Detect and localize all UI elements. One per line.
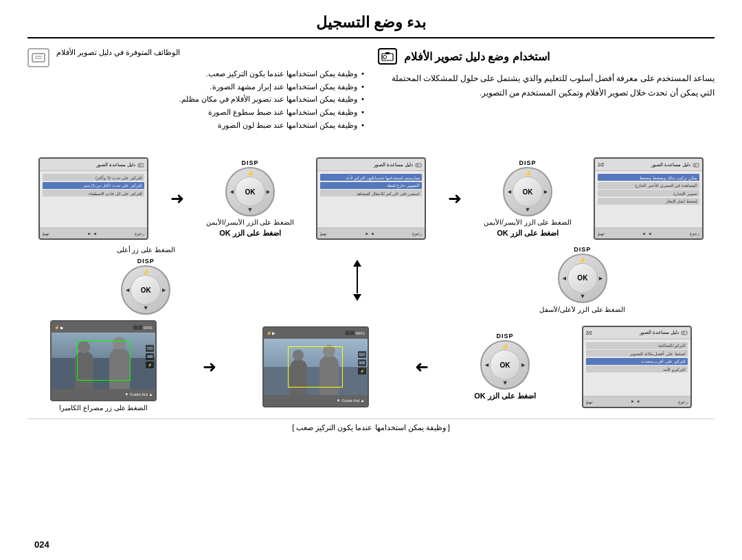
dial-4-top-icon: ⚡: [142, 269, 150, 276]
photo-bottom-text-1: ▲ Guide Aid ▼: [337, 399, 365, 403]
dial-4-container: DISP ⚡ ◄ ► OK ▼: [121, 258, 170, 315]
dial-4: ⚡ ◄ ► OK ▼: [121, 265, 170, 315]
photo-top-left: 0001 ⬛⬛: [345, 331, 365, 335]
dial-1-bottom-icon: ▼: [525, 206, 531, 213]
photo-body-2: ISO WB ⚡: [52, 333, 155, 389]
lcd3-bottom: رجوع ◄ ► تهيؤ: [40, 227, 147, 238]
arrow-dial-1: DISP ⚡ ◄ ► OK ▼ الضغط على الزر الأيسر/ال…: [484, 159, 572, 238]
lcd-screen-1: دليل مساعدة الصور 1/2 يمكن تركيب بذلك وي…: [594, 157, 704, 240]
lcd-top-bar-1: دليل مساعدة الصور 1/2: [595, 159, 702, 171]
caption-ok-1: اضغط على الزر OK: [497, 229, 559, 238]
lcd1-bottom: رجوع ◄ ► تهيؤ: [595, 227, 702, 238]
dial-5-right-icon: ►: [520, 361, 526, 368]
svg-rect-3: [32, 54, 45, 62]
bullet-item-5: وظيفة يمكن استخدامها عند ضبط لون الصورة: [27, 119, 364, 132]
dial-3-top-icon: ⚡: [578, 257, 586, 264]
lcd4-body: التركيز/المعالجة اضغط على أفضل مكانة للت…: [583, 339, 690, 396]
functions-icon: [27, 48, 49, 67]
functions-title: الوظائف المتوفرة في دليل تصوير الأفلام: [56, 48, 180, 57]
photo-side-icons-2: ISO WB ⚡: [146, 345, 154, 368]
lcd1-page: 1/2: [598, 162, 604, 167]
dial-1-right-icon: ►: [543, 188, 549, 195]
lcd1-item-4: إضغط لنقل الإطار: [598, 198, 699, 205]
svg-point-1: [383, 56, 387, 59]
lcd-screen-4-cell: دليل مساعدة الصور 2/2 التركيز/المعالجة ا…: [582, 326, 692, 408]
dial-5-section: DISP ⚡ ◄ ► OK ▼ اضغط على الزر OK: [474, 333, 536, 401]
arrow-5-6: ➜: [203, 357, 216, 377]
lcd2-bottom: رجوع ◄ ► تهيؤ: [317, 227, 425, 238]
caption-down-up: الضغط على الزر لأعلى/لأسفل: [539, 305, 625, 315]
photo-screen-2-cell: 0001 ⬛⬛ ▶ ⚡: [50, 320, 157, 413]
lcd4-bottom: رجوع ◄ ► تهيؤ: [583, 396, 690, 407]
photo-screen-1-cell: 0001 ⬛⬛ ▶ ⚡: [262, 326, 369, 407]
lcd3-item-1: للتركيز على حدث (3 وأكثر): [43, 174, 144, 181]
photo-side-icons-1: ISO WB ⚡: [358, 351, 366, 374]
dial-3-section: DISP ⚡ ◄ ► OK ▼ الضغط على الزر لأعلى/لأس…: [539, 246, 625, 315]
functions-area: الوظائف المتوفرة في دليل تصوير الأفلام و…: [27, 48, 364, 137]
lcd4-page: 2/2: [586, 331, 592, 335]
lcd-top-bar-4: دليل مساعدة الصور 2/2: [583, 327, 690, 339]
photo-side-icon-6: ⚡: [146, 361, 154, 368]
lcd1-item-1: يمكن تركيب بذلك ويضغط وضعط: [598, 174, 699, 181]
lcd2-item-2: استمررعلى الزركمر للانتقال للمشاهد: [320, 190, 422, 197]
lcd4-ok: تهيؤ: [586, 399, 593, 404]
dial-2: ⚡ ◄ ► OK ▼: [225, 167, 275, 216]
photo-top-bar-1: 0001 ⬛⬛ ▶ ⚡: [264, 328, 368, 339]
page-title: بدء وضع التسجيل: [27, 14, 715, 38]
lcd1-ok: تهيؤ: [598, 231, 605, 236]
dial-1-container: DISP ⚡ ◄ ► OK ▼: [503, 159, 552, 216]
svg-point-13: [682, 333, 684, 334]
dial-2-top-icon: ⚡: [247, 170, 254, 177]
main-info-text: يساعد المستخدم على معرفة أفضل أسلوب للتع…: [378, 71, 715, 100]
lcd-screen-3: دليل مساعدة الصور للتركيز على حدث (3 وأك…: [38, 157, 148, 240]
photo-side-icon-2: WB: [358, 359, 366, 366]
diagrams-layout: دليل مساعدة الصور 1/2 يمكن تركيب بذلك وي…: [27, 149, 715, 432]
bullet-list: وظيفة يمكن استخدامها عندما يكون التركيز …: [27, 67, 364, 131]
dial-1-left-icon: ◄: [506, 188, 513, 195]
focus-box-1: [288, 346, 343, 388]
lcd4-item-3: للتركيز على أقرب متحدث: [586, 358, 688, 365]
dial-1-ok[interactable]: OK: [513, 177, 543, 207]
dial-4-bottom-icon: ▼: [143, 304, 149, 311]
lcd-top-bar-3: دليل مساعدة الصور: [40, 159, 147, 171]
lcd1-body: يمكن تركيب بذلك ويضغط وضعط المشاهدة في ا…: [595, 171, 702, 227]
arrow-2-3: ➜: [170, 189, 184, 208]
dial-2-container: DISP ⚡ ◄ ► OK ▼: [225, 159, 275, 216]
dial-3-right-icon: ►: [598, 275, 604, 282]
camera-guide-icon: [378, 48, 397, 65]
lcd1-nav: ◄ ►: [642, 232, 652, 236]
photo-side-icon-4: ISO: [146, 345, 154, 352]
svg-point-11: [139, 164, 141, 166]
arrow-line: [357, 267, 358, 293]
photo-top-left-2: 0001 ⬛⬛: [133, 325, 153, 330]
lcd3-ok: تهيؤ: [43, 231, 49, 236]
lcd4-title: دليل مساعدة الصور: [594, 330, 679, 335]
dial-3-container: DISP ⚡ ◄ ► OK ▼: [558, 246, 607, 303]
dial-5-ok[interactable]: OK: [490, 350, 520, 380]
dial-3-bottom-icon: ▼: [579, 293, 585, 300]
lcd-screen-2-cell: دليل مساعدة الصور ممارستم استخدامها عندم…: [316, 157, 426, 240]
dial-4-ok[interactable]: OK: [131, 275, 161, 305]
caption-up: الضغط على زر أعلى: [117, 245, 175, 255]
mid-row: DISP ⚡ ◄ ► OK ▼ الضغط على الزر لأعلى/لأس…: [27, 245, 715, 315]
dial-5-container: DISP ⚡ ◄ ► OK ▼: [480, 333, 530, 390]
disp-label-3: DISP: [574, 246, 591, 253]
dial-2-ok[interactable]: OK: [235, 177, 265, 207]
lcd4-item-2: اضغط على أفضل مكانة للتصوير: [586, 350, 688, 357]
dial-4-right-icon: ►: [161, 287, 167, 293]
disp-label-2: DISP: [242, 159, 259, 166]
dial-5-left-icon: ◄: [484, 361, 490, 368]
lcd-screen-3-cell: دليل مساعدة الصور للتركيز على حدث (3 وأك…: [38, 157, 148, 240]
caption-ok-2: اضغط على الزر OK: [219, 229, 281, 238]
lcd2-body: ممارستم استخدامها عندماتكون التركيز لأخذ…: [317, 171, 425, 227]
dial-3-ok[interactable]: OK: [567, 263, 598, 293]
page-container: بدء وضع التسجيل استخدام وضع دليل تصوير ا…: [0, 0, 742, 560]
photo-bottom-bar-2: ▲ Guide Aid ▼: [52, 389, 155, 400]
lcd4-item-1: التركيز/المعالجة: [586, 342, 688, 349]
photo-side-icon-5: WB: [146, 353, 154, 360]
dial-2-right-icon: ►: [265, 188, 271, 195]
section-header: استخدام وضع دليل تصوير الأفلام: [378, 48, 715, 65]
arrow-down: [353, 294, 361, 301]
v-double-arrow: [353, 260, 361, 301]
dial-4-left-icon: ◄: [124, 287, 131, 293]
